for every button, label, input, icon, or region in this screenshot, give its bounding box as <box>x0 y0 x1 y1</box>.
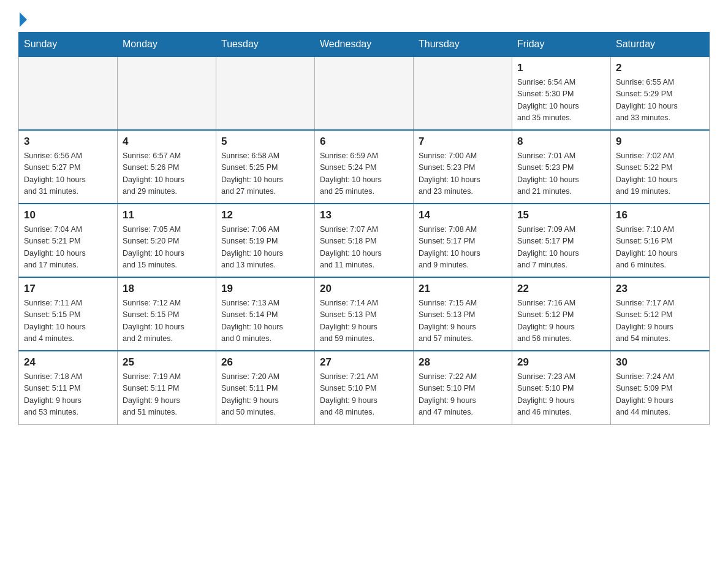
weekday-header-monday: Monday <box>118 33 216 57</box>
calendar-cell: 9Sunrise: 7:02 AM Sunset: 5:22 PM Daylig… <box>611 130 710 204</box>
day-info: Sunrise: 6:54 AM Sunset: 5:30 PM Dayligh… <box>517 77 605 124</box>
day-info: Sunrise: 7:09 AM Sunset: 5:17 PM Dayligh… <box>517 224 605 272</box>
day-number: 7 <box>419 136 507 148</box>
calendar-cell <box>414 56 512 130</box>
logo-triangle-icon <box>20 12 27 27</box>
calendar-cell: 28Sunrise: 7:22 AM Sunset: 5:10 PM Dayli… <box>414 351 512 424</box>
calendar-cell: 23Sunrise: 7:17 AM Sunset: 5:12 PM Dayli… <box>611 277 710 351</box>
day-info: Sunrise: 7:24 AM Sunset: 5:09 PM Dayligh… <box>616 371 704 419</box>
day-number: 18 <box>123 283 211 295</box>
calendar-cell <box>118 56 216 130</box>
day-number: 15 <box>517 209 605 221</box>
page-header <box>18 12 710 26</box>
day-number: 8 <box>517 136 605 148</box>
calendar-cell: 2Sunrise: 6:55 AM Sunset: 5:29 PM Daylig… <box>611 56 710 130</box>
day-number: 2 <box>616 62 704 74</box>
day-info: Sunrise: 7:02 AM Sunset: 5:22 PM Dayligh… <box>616 150 704 198</box>
day-number: 29 <box>517 356 605 369</box>
day-info: Sunrise: 7:07 AM Sunset: 5:18 PM Dayligh… <box>320 224 408 272</box>
week-row-3: 10Sunrise: 7:04 AM Sunset: 5:21 PM Dayli… <box>19 204 710 277</box>
day-info: Sunrise: 7:11 AM Sunset: 5:15 PM Dayligh… <box>24 297 112 345</box>
day-number: 3 <box>24 136 112 148</box>
calendar-cell: 18Sunrise: 7:12 AM Sunset: 5:15 PM Dayli… <box>118 277 216 351</box>
calendar-cell: 3Sunrise: 6:56 AM Sunset: 5:27 PM Daylig… <box>19 130 118 204</box>
weekday-header-sunday: Sunday <box>19 33 118 57</box>
calendar-cell: 30Sunrise: 7:24 AM Sunset: 5:09 PM Dayli… <box>611 351 710 424</box>
day-info: Sunrise: 7:21 AM Sunset: 5:10 PM Dayligh… <box>320 371 408 419</box>
day-number: 19 <box>221 283 309 295</box>
calendar-cell: 13Sunrise: 7:07 AM Sunset: 5:18 PM Dayli… <box>315 204 414 277</box>
day-info: Sunrise: 7:15 AM Sunset: 5:13 PM Dayligh… <box>419 297 507 345</box>
day-number: 10 <box>24 209 112 221</box>
calendar-cell: 6Sunrise: 6:59 AM Sunset: 5:24 PM Daylig… <box>315 130 414 204</box>
calendar-cell: 20Sunrise: 7:14 AM Sunset: 5:13 PM Dayli… <box>315 277 414 351</box>
calendar-cell: 17Sunrise: 7:11 AM Sunset: 5:15 PM Dayli… <box>19 277 118 351</box>
day-number: 26 <box>221 356 309 369</box>
calendar-table: SundayMondayTuesdayWednesdayThursdayFrid… <box>18 32 710 425</box>
day-info: Sunrise: 7:04 AM Sunset: 5:21 PM Dayligh… <box>24 224 112 272</box>
day-number: 16 <box>616 209 704 221</box>
day-info: Sunrise: 7:13 AM Sunset: 5:14 PM Dayligh… <box>221 297 309 345</box>
day-number: 17 <box>24 283 112 295</box>
week-row-1: 1Sunrise: 6:54 AM Sunset: 5:30 PM Daylig… <box>19 56 710 130</box>
day-number: 5 <box>221 136 309 148</box>
day-number: 28 <box>419 356 507 369</box>
logo-blue-part <box>18 12 27 29</box>
day-info: Sunrise: 6:55 AM Sunset: 5:29 PM Dayligh… <box>616 77 704 124</box>
weekday-header-thursday: Thursday <box>414 33 512 57</box>
day-number: 24 <box>24 356 112 369</box>
day-number: 21 <box>419 283 507 295</box>
day-number: 25 <box>123 356 211 369</box>
day-number: 1 <box>517 62 605 74</box>
day-info: Sunrise: 7:20 AM Sunset: 5:11 PM Dayligh… <box>221 371 309 419</box>
day-info: Sunrise: 7:18 AM Sunset: 5:11 PM Dayligh… <box>24 371 112 419</box>
day-number: 23 <box>616 283 704 295</box>
day-number: 27 <box>320 356 408 369</box>
calendar-cell: 1Sunrise: 6:54 AM Sunset: 5:30 PM Daylig… <box>512 56 611 130</box>
day-info: Sunrise: 7:12 AM Sunset: 5:15 PM Dayligh… <box>123 297 211 345</box>
day-info: Sunrise: 6:58 AM Sunset: 5:25 PM Dayligh… <box>221 150 309 198</box>
calendar-cell: 22Sunrise: 7:16 AM Sunset: 5:12 PM Dayli… <box>512 277 611 351</box>
day-info: Sunrise: 6:57 AM Sunset: 5:26 PM Dayligh… <box>123 150 211 198</box>
day-number: 30 <box>616 356 704 369</box>
day-info: Sunrise: 6:56 AM Sunset: 5:27 PM Dayligh… <box>24 150 112 198</box>
calendar-cell: 5Sunrise: 6:58 AM Sunset: 5:25 PM Daylig… <box>216 130 315 204</box>
weekday-header-saturday: Saturday <box>611 33 710 57</box>
week-row-4: 17Sunrise: 7:11 AM Sunset: 5:15 PM Dayli… <box>19 277 710 351</box>
calendar-cell: 8Sunrise: 7:01 AM Sunset: 5:23 PM Daylig… <box>512 130 611 204</box>
day-number: 4 <box>123 136 211 148</box>
weekday-header-friday: Friday <box>512 33 611 57</box>
day-number: 12 <box>221 209 309 221</box>
calendar-cell: 12Sunrise: 7:06 AM Sunset: 5:19 PM Dayli… <box>216 204 315 277</box>
weekday-header-tuesday: Tuesday <box>216 33 315 57</box>
week-row-2: 3Sunrise: 6:56 AM Sunset: 5:27 PM Daylig… <box>19 130 710 204</box>
day-info: Sunrise: 7:22 AM Sunset: 5:10 PM Dayligh… <box>419 371 507 419</box>
calendar-cell: 15Sunrise: 7:09 AM Sunset: 5:17 PM Dayli… <box>512 204 611 277</box>
calendar-cell: 10Sunrise: 7:04 AM Sunset: 5:21 PM Dayli… <box>19 204 118 277</box>
day-info: Sunrise: 7:01 AM Sunset: 5:23 PM Dayligh… <box>517 150 605 198</box>
day-number: 13 <box>320 209 408 221</box>
day-info: Sunrise: 7:06 AM Sunset: 5:19 PM Dayligh… <box>221 224 309 272</box>
day-info: Sunrise: 7:00 AM Sunset: 5:23 PM Dayligh… <box>419 150 507 198</box>
day-info: Sunrise: 7:19 AM Sunset: 5:11 PM Dayligh… <box>123 371 211 419</box>
calendar-cell: 26Sunrise: 7:20 AM Sunset: 5:11 PM Dayli… <box>216 351 315 424</box>
calendar-cell <box>216 56 315 130</box>
calendar-cell: 11Sunrise: 7:05 AM Sunset: 5:20 PM Dayli… <box>118 204 216 277</box>
day-number: 6 <box>320 136 408 148</box>
calendar-cell: 24Sunrise: 7:18 AM Sunset: 5:11 PM Dayli… <box>19 351 118 424</box>
day-info: Sunrise: 7:05 AM Sunset: 5:20 PM Dayligh… <box>123 224 211 272</box>
day-info: Sunrise: 7:23 AM Sunset: 5:10 PM Dayligh… <box>517 371 605 419</box>
week-row-5: 24Sunrise: 7:18 AM Sunset: 5:11 PM Dayli… <box>19 351 710 424</box>
day-info: Sunrise: 7:14 AM Sunset: 5:13 PM Dayligh… <box>320 297 408 345</box>
calendar-cell: 27Sunrise: 7:21 AM Sunset: 5:10 PM Dayli… <box>315 351 414 424</box>
weekday-header-wednesday: Wednesday <box>315 33 414 57</box>
calendar-cell <box>19 56 118 130</box>
day-number: 14 <box>419 209 507 221</box>
calendar-cell: 7Sunrise: 7:00 AM Sunset: 5:23 PM Daylig… <box>414 130 512 204</box>
calendar-cell: 25Sunrise: 7:19 AM Sunset: 5:11 PM Dayli… <box>118 351 216 424</box>
day-info: Sunrise: 7:16 AM Sunset: 5:12 PM Dayligh… <box>517 297 605 345</box>
calendar-cell: 16Sunrise: 7:10 AM Sunset: 5:16 PM Dayli… <box>611 204 710 277</box>
day-info: Sunrise: 7:17 AM Sunset: 5:12 PM Dayligh… <box>616 297 704 345</box>
calendar-cell: 4Sunrise: 6:57 AM Sunset: 5:26 PM Daylig… <box>118 130 216 204</box>
day-info: Sunrise: 7:08 AM Sunset: 5:17 PM Dayligh… <box>419 224 507 272</box>
